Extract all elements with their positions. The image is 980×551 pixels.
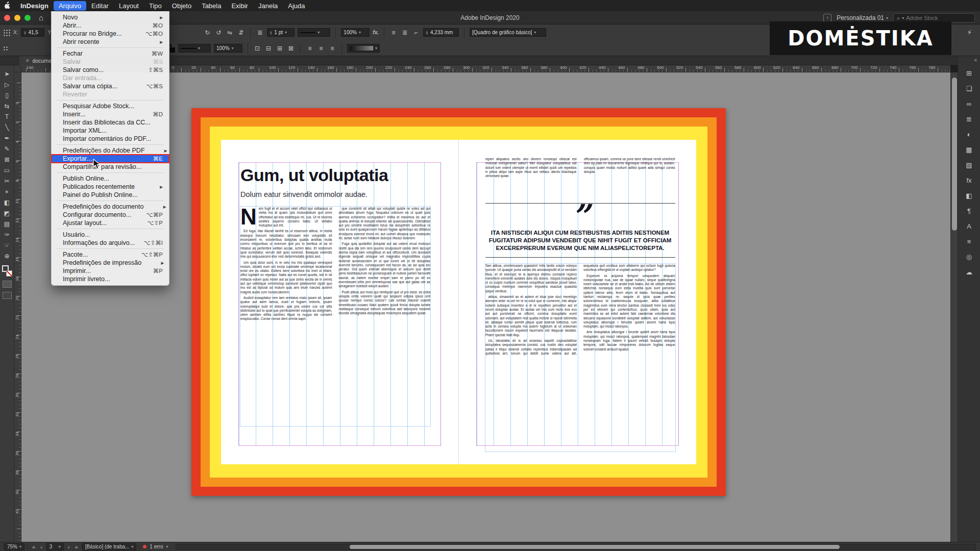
align-center-h-icon[interactable]: ≡ (317, 45, 325, 52)
hand-tool[interactable]: ☞ (2, 240, 13, 251)
menubar-item-arquivo[interactable]: Arquivo (54, 1, 86, 11)
previous-page-button[interactable]: ‹ (39, 544, 43, 550)
pages-panel-icon[interactable]: ⊞ (963, 66, 976, 80)
article-subhead[interactable]: Dolum eatur sinvendit ommolor audae. (240, 190, 437, 198)
rotate-cw-icon[interactable]: ↻ (203, 29, 211, 36)
menubar-item-layout[interactable]: Layout (114, 1, 144, 11)
rectangle-tool[interactable]: ▭ (2, 165, 13, 176)
lightning-icon[interactable]: ⚡ (967, 29, 972, 36)
first-page-button[interactable]: « (31, 544, 36, 550)
vertical-scrollbar[interactable] (950, 72, 958, 542)
rotate-ccw-icon[interactable]: ↺ (214, 29, 223, 36)
menu-item-salvar-como[interactable]: Salvar como...⇧⌘S (52, 66, 169, 74)
gradient-feather-tool[interactable]: ◩ (2, 208, 13, 218)
normal-view-mode-button[interactable] (3, 281, 12, 288)
right-body-text-frame[interactable]: Tam alibus, ommimusam quassimi! Intis ta… (485, 264, 675, 452)
fill-frame-icon[interactable]: ⊞ (276, 45, 284, 52)
line-tool[interactable]: ╲ (2, 122, 13, 133)
menu-item-imprimir[interactable]: Imprimir...⌘P (52, 267, 169, 275)
effects-panel-icon[interactable]: fx (963, 173, 976, 187)
menu-item-usu-rio[interactable]: Usuário... (52, 231, 169, 239)
note-tool[interactable]: ▤ (2, 218, 13, 229)
expand-panels-icon[interactable]: « (974, 56, 977, 64)
document-spread[interactable]: Gum, ut voluptatia Dolum eatur sinvendit… (191, 108, 726, 496)
menu-item-painel-do-publish-online[interactable]: Painel do Publish Online... (52, 191, 169, 199)
corner-radius-field[interactable]: ▲▼ 4,233 mm (423, 28, 459, 37)
stepper-icon[interactable]: ▲▼ (426, 31, 428, 35)
cc-libraries-panel-icon[interactable]: ☁ (963, 265, 976, 279)
scissors-tool[interactable]: ✂ (2, 176, 13, 186)
article-headline[interactable]: Gum, ut voluptatia (240, 165, 437, 185)
pull-quote-block[interactable]: ” ITA NISTISCIDI ALIQUI CUM RESTIBUSTIIS… (485, 203, 675, 258)
page-number-field[interactable]: 3 ▾ (46, 543, 64, 550)
menubar-item-tipo[interactable]: Tipo (144, 1, 167, 11)
vertical-ruler[interactable]: 024681012141618202224262830323436384042 (14, 72, 21, 542)
master-page-dropdown[interactable]: [Básico] (de traba... ▾ (82, 543, 137, 550)
horizontal-scrollbar-thumb[interactable] (350, 545, 840, 549)
share-icon[interactable]: ↑ (823, 14, 831, 22)
page-right[interactable]: reperi aliquatus sectio ubo diorem nonse… (459, 140, 697, 464)
reference-point-proxy-small[interactable] (3, 46, 8, 51)
menu-item-novo[interactable]: Novo▸ (52, 13, 169, 21)
menu-item-abrir-recente[interactable]: Abrir recente▸ (52, 38, 169, 46)
fit-content-icon[interactable]: ⊡ (253, 45, 261, 52)
menu-item-informa-es-do-arquivo[interactable]: Informações do arquivo...⌥⇧⌘I (52, 239, 169, 247)
flip-vertical-icon[interactable]: ⇵ (237, 29, 245, 36)
gradient-dropdown[interactable]: ▾ (347, 44, 380, 53)
direct-selection-tool[interactable]: ▷ (2, 79, 13, 90)
object-style-dropdown[interactable]: [Quadro de gráfico básico] ▾ (470, 28, 546, 37)
text-wrap-panel-icon[interactable]: ◎ (963, 250, 976, 263)
stroke-panel-icon[interactable]: ≣ (963, 112, 976, 126)
menu-item-imprimir-livreto[interactable]: Imprimir livreto... (52, 275, 169, 283)
menu-item-compartilhar-para-revis-o[interactable]: Compartilhar para revisão... (52, 163, 169, 171)
fit-frame-icon[interactable]: ⊟ (264, 45, 273, 52)
menu-item-ajustar-layout[interactable]: Ajustar layout...⌥⇧P (52, 219, 169, 227)
last-page-button[interactable]: » (74, 544, 79, 550)
links-panel-icon[interactable]: ∞ (963, 97, 976, 110)
menu-item-inserir[interactable]: Inserir...⌘D (52, 110, 169, 118)
workspace-switcher[interactable]: Personalizada 01 ▾ (837, 14, 888, 21)
stepper-icon[interactable]: ▲▼ (23, 31, 26, 35)
menubar-item-exibir[interactable]: Exibir (226, 1, 253, 11)
horizontal-scrollbar[interactable] (176, 544, 976, 550)
eyedropper-tool[interactable]: ✑ (2, 229, 13, 240)
menu-item-fechar[interactable]: Fechar⌘W (52, 49, 169, 58)
swatch-dropdown[interactable]: ▾ (178, 44, 211, 53)
stroke-type-dropdown[interactable]: ▾ (298, 28, 330, 37)
menubar-item-ajuda[interactable]: Ajuda (283, 1, 310, 11)
menu-item-exportar[interactable]: Exportar...⌘E (52, 155, 169, 163)
center-content-icon[interactable]: ⊠ (287, 45, 295, 52)
effects-fx-button[interactable]: fx. (373, 30, 379, 35)
minimize-window-button[interactable] (14, 15, 20, 21)
app-menu-indesign[interactable]: InDesign (15, 2, 54, 10)
page-tool[interactable]: ▯ (2, 90, 13, 101)
menu-item-publicados-recentemente[interactable]: Publicados recentemente▸ (52, 183, 169, 191)
stepper-icon[interactable]: ▲▼ (270, 31, 272, 35)
fill-swatch[interactable] (170, 47, 175, 53)
zoom-level-dropdown[interactable]: 75% ▾ (4, 543, 24, 550)
align-center-icon[interactable]: ≣ (401, 29, 409, 36)
menubar-item-objeto[interactable]: Objeto (167, 1, 197, 11)
type-tool[interactable]: T (2, 111, 13, 122)
layers-panel-icon[interactable]: ❏ (963, 82, 976, 95)
align-top-icon[interactable]: ≡ (389, 29, 398, 36)
page-left[interactable]: Gum, ut voluptatia Dolum eatur sinvendit… (221, 140, 459, 464)
menu-item-configurar-documento[interactable]: Configurar documento...⌥⌘P (52, 211, 169, 219)
zoom-window-button[interactable] (24, 15, 31, 21)
menu-item-pacote[interactable]: Pacote...⌥⇧⌘P (52, 251, 169, 259)
menubar-item-editar[interactable]: Editar (86, 1, 114, 11)
preflight-status[interactable]: 1 erro (150, 544, 163, 549)
home-icon[interactable]: ⌂ (39, 13, 43, 22)
color-panel-icon[interactable]: ◐ (963, 128, 976, 141)
ruler-origin-corner[interactable] (14, 65, 21, 72)
menu-item-inserir-das-bibliotecas-da-cc[interactable]: Inserir das Bibliotecas da CC... (52, 118, 169, 127)
fill-stroke-widget[interactable] (2, 265, 12, 277)
menu-item-predefini-es-do-documento[interactable]: Predefinições do documento▸ (52, 203, 169, 211)
paragraph-styles-panel-icon[interactable]: ¶ (963, 204, 976, 217)
apple-menu-icon[interactable] (0, 2, 15, 10)
menubar-item-tabela[interactable]: Tabela (197, 1, 226, 11)
close-window-button[interactable] (4, 15, 10, 21)
swatches-panel-icon[interactable]: ▦ (963, 143, 976, 156)
align-right-icon[interactable]: ≡ (328, 45, 336, 52)
align-panel-icon[interactable]: ≡ (963, 235, 976, 248)
